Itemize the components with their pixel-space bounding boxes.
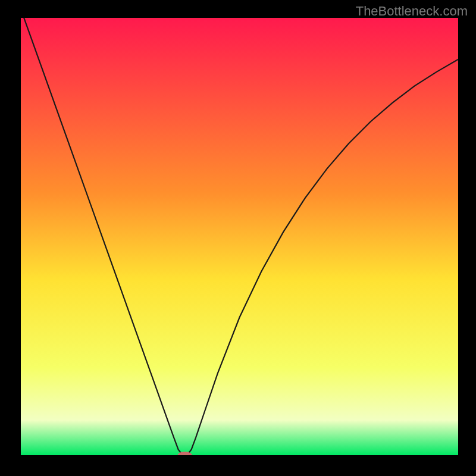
- plot-background: [21, 18, 458, 455]
- optimal-marker: [178, 452, 192, 459]
- bottleneck-chart: [0, 0, 476, 476]
- chart-container: TheBottleneck.com: [0, 0, 476, 476]
- watermark-text: TheBottleneck.com: [356, 4, 468, 19]
